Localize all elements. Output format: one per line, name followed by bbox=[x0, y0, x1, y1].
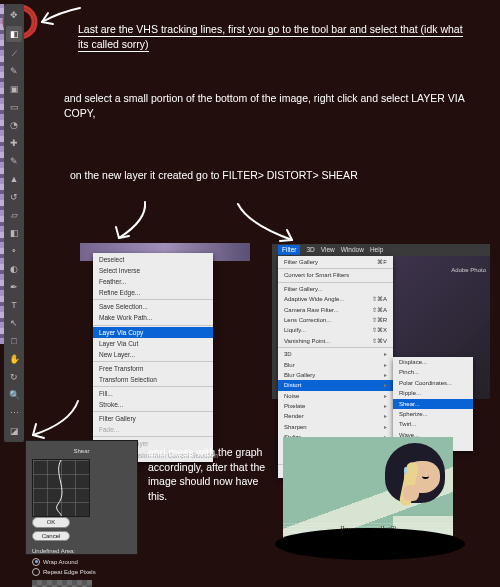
instruction-2: and select a small portion of the bottom… bbox=[64, 91, 474, 120]
distort-submenu-item[interactable]: Shear... bbox=[393, 399, 473, 409]
shear-graph[interactable] bbox=[32, 459, 90, 517]
photoshop-toolbar: ✥◧⟋✎▣▭◔✚✎▲↺▱◧∘◐✒T↖□✋↻🔍⋯◪ bbox=[4, 4, 24, 442]
history-brush-tool-icon[interactable]: ↺ bbox=[7, 190, 21, 204]
ctx-item[interactable]: New Layer... bbox=[93, 349, 213, 360]
path-select-tool-icon[interactable]: ↖ bbox=[7, 316, 21, 330]
lasso-tool-icon[interactable]: ⟋ bbox=[7, 46, 21, 60]
filter-menu-item[interactable]: Render▸ bbox=[278, 411, 393, 421]
ctx-item[interactable]: Free Transform bbox=[93, 363, 213, 374]
type-tool-icon[interactable]: T bbox=[7, 298, 21, 312]
menubar-item[interactable]: View bbox=[321, 245, 335, 254]
menubar-item[interactable]: Window bbox=[341, 245, 364, 254]
rotate-view-tool-icon[interactable]: ↻ bbox=[7, 370, 21, 384]
ctx-item[interactable]: Filter Gallery bbox=[93, 413, 213, 424]
ctx-item[interactable]: Select Inverse bbox=[93, 265, 213, 276]
filter-menu-item[interactable]: Vanishing Point...⇧⌘V bbox=[278, 336, 393, 346]
instruction-3: on the new layer it created go to FILTER… bbox=[70, 168, 480, 183]
ctx-item[interactable]: Transform Selection bbox=[93, 374, 213, 385]
zoom-tool-icon[interactable]: 🔍 bbox=[7, 388, 21, 402]
instruction-4: and mess with the graph accordingly, aft… bbox=[148, 445, 272, 504]
filter-menu-item[interactable]: Lens Correction...⇧⌘R bbox=[278, 315, 393, 325]
gradient-tool-icon[interactable]: ◧ bbox=[7, 226, 21, 240]
distort-submenu-item[interactable]: Twirl... bbox=[393, 419, 473, 429]
ctx-item[interactable]: Layer Via Copy bbox=[93, 327, 213, 338]
result-image: Im sorry... what? bbox=[283, 437, 453, 542]
edit-toolbar-icon[interactable]: ⋯ bbox=[7, 406, 21, 420]
hand-tool-icon[interactable]: ✋ bbox=[7, 352, 21, 366]
instruction-1: Last are the VHS tracking lines, first y… bbox=[78, 22, 470, 51]
ctx-item[interactable]: Save Selection... bbox=[93, 301, 213, 312]
subtitle-text: Im sorry... what? bbox=[283, 525, 453, 536]
filter-menu-item[interactable]: Blur▸ bbox=[278, 360, 393, 370]
quick-select-tool-icon[interactable]: ✎ bbox=[7, 64, 21, 78]
filter-menu-item[interactable]: 3D▸ bbox=[278, 349, 393, 359]
marquee-tool-icon[interactable]: ◧ bbox=[6, 26, 22, 42]
app-name-label: Adobe Photo bbox=[451, 266, 486, 274]
blur-tool-icon[interactable]: ∘ bbox=[7, 244, 21, 258]
ctx-item[interactable]: Stroke... bbox=[93, 399, 213, 410]
heal-tool-icon[interactable]: ✚ bbox=[7, 136, 21, 150]
crop-tool-icon[interactable]: ▣ bbox=[7, 82, 21, 96]
filter-menu-item[interactable]: Filter Gallery⌘F bbox=[278, 257, 393, 267]
ctx-item[interactable]: Fill... bbox=[93, 388, 213, 399]
filter-menu-item[interactable]: Filter Gallery... bbox=[278, 284, 393, 294]
pen-tool-icon[interactable]: ✒ bbox=[7, 280, 21, 294]
distort-submenu-item[interactable]: Polar Coordinates... bbox=[393, 378, 473, 388]
filter-menu-item[interactable]: Noise▸ bbox=[278, 391, 393, 401]
fgbg-tool-icon[interactable]: ◪ bbox=[7, 424, 21, 438]
shear-dialog: Shear OK Cancel Undefined Area: Wrap Aro… bbox=[25, 440, 138, 555]
filter-menu-item[interactable]: Liquify...⇧⌘X bbox=[278, 325, 393, 335]
filter-menu-item[interactable]: Camera Raw Filter...⇧⌘A bbox=[278, 305, 393, 315]
ctx-item[interactable]: Feather... bbox=[93, 276, 213, 287]
distort-submenu-item[interactable]: Displace... bbox=[393, 357, 473, 367]
ctx-item[interactable]: Make Work Path... bbox=[93, 312, 213, 323]
dodge-tool-icon[interactable]: ◐ bbox=[7, 262, 21, 276]
eraser-tool-icon[interactable]: ▱ bbox=[7, 208, 21, 222]
menubar-item[interactable]: Filter bbox=[278, 245, 300, 254]
rect-tool-icon[interactable]: □ bbox=[7, 334, 21, 348]
filter-menu-item[interactable]: Sharpen▸ bbox=[278, 422, 393, 432]
frame-tool-icon[interactable]: ▭ bbox=[7, 100, 21, 114]
ctx-item[interactable]: Refine Edge... bbox=[93, 287, 213, 298]
brush-tool-icon[interactable]: ✎ bbox=[7, 154, 21, 168]
ctx-item[interactable]: Deselect bbox=[93, 254, 213, 265]
right-click-context-menu[interactable]: DeselectSelect InverseFeather...Refine E… bbox=[93, 253, 213, 462]
distort-submenu-item[interactable]: Ripple... bbox=[393, 388, 473, 398]
filter-menu-item[interactable]: Pixelate▸ bbox=[278, 401, 393, 411]
move-tool-icon[interactable]: ✥ bbox=[7, 8, 21, 22]
eyedropper-tool-icon[interactable]: ◔ bbox=[7, 118, 21, 132]
distort-submenu-item[interactable]: Pinch... bbox=[393, 367, 473, 377]
filter-menu-item[interactable]: Adaptive Wide Angle...⇧⌘A bbox=[278, 294, 393, 304]
ctx-item: Fade... bbox=[93, 424, 213, 435]
ctx-item[interactable]: Layer Via Cut bbox=[93, 338, 213, 349]
distort-submenu-item[interactable]: Spherize... bbox=[393, 409, 473, 419]
filter-menu-item[interactable]: Blur Gallery▸ bbox=[278, 370, 393, 380]
menubar-item[interactable]: Help bbox=[370, 245, 383, 254]
filter-menu-item[interactable]: Convert for Smart Filters bbox=[278, 270, 393, 280]
photoshop-window: Adobe Photo Filter3DViewWindowHelp Filte… bbox=[272, 244, 490, 399]
stamp-tool-icon[interactable]: ▲ bbox=[7, 172, 21, 186]
menubar-item[interactable]: 3D bbox=[306, 245, 314, 254]
shear-dialog-title: Shear bbox=[32, 447, 131, 455]
filter-menu-item[interactable]: Distort▸ bbox=[278, 380, 393, 390]
menu-bar[interactable]: Filter3DViewWindowHelp bbox=[272, 244, 383, 256]
